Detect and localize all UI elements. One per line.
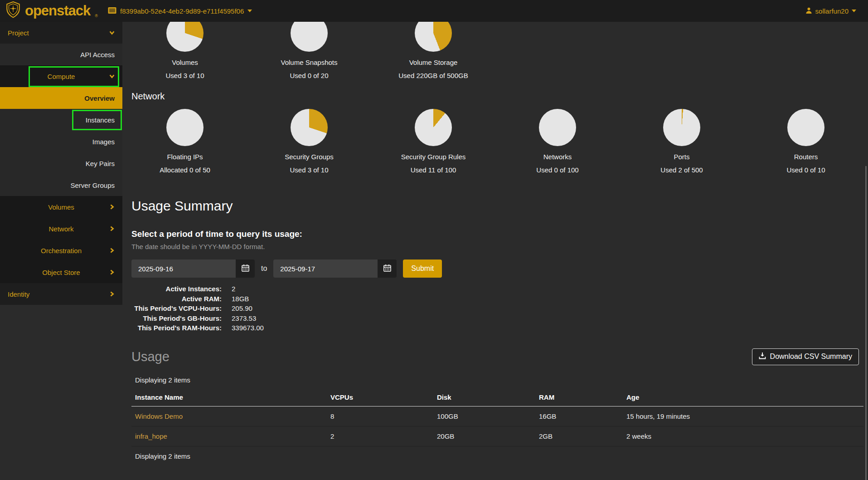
main-content: Volumes Used 3 of 10 Volume Snapshots Us… <box>122 22 868 480</box>
sidebar-item-server-groups[interactable]: Server Groups <box>0 174 122 196</box>
download-icon <box>759 352 766 361</box>
instance-usage-table: Instance Name VCPUs Disk RAM Age Windows… <box>131 388 863 446</box>
cell-vcpus: 8 <box>327 406 433 426</box>
quota-label: Security Group Rules <box>371 153 495 161</box>
quota-chart-volume-snapshots: Volume Snapshots Used 0 of 20 <box>247 22 371 79</box>
quota-chart-routers: Routers Used 0 of 10 <box>744 109 868 174</box>
sidebar-item-object-store[interactable]: Object Store <box>0 261 122 283</box>
chevron-down-icon <box>109 73 115 81</box>
stat-label: Active Instances: <box>131 284 222 294</box>
column-header-vcpus: VCPUs <box>327 388 433 407</box>
sidebar-item-images[interactable]: Images <box>0 131 122 152</box>
sidebar-item-compute[interactable]: Compute <box>0 65 122 87</box>
vertical-scrollbar[interactable] <box>865 166 867 480</box>
stat-value: 2373.53 <box>232 313 256 323</box>
submit-button[interactable]: Submit <box>403 260 442 278</box>
sidebar-item-overview[interactable]: Overview <box>0 87 122 109</box>
pie-chart <box>291 22 328 52</box>
quota-chart-networks: Networks Used 0 of 100 <box>495 109 620 174</box>
quota-used-text: Used 2 of 500 <box>620 166 744 174</box>
download-csv-button[interactable]: Download CSV Summary <box>752 348 859 365</box>
column-header-instance-name: Instance Name <box>131 388 327 407</box>
end-date-calendar-button[interactable] <box>378 260 397 278</box>
pie-chart <box>291 109 328 146</box>
stat-value: 339673.00 <box>232 323 264 333</box>
quota-label: Routers <box>744 153 868 161</box>
openstack-logo[interactable]: openstack ® <box>5 1 98 20</box>
openstack-logo-text: openstack <box>25 3 90 19</box>
table-header-row: Instance Name VCPUs Disk RAM Age <box>131 388 863 407</box>
cell-age: 15 hours, 19 minutes <box>623 406 863 426</box>
start-date-group <box>131 260 255 278</box>
usage-summary-heading: Usage Summary <box>131 198 868 214</box>
chevron-down-icon <box>852 10 856 12</box>
quota-chart-security-groups: Security Groups Used 3 of 10 <box>247 109 371 174</box>
end-date-input[interactable] <box>273 260 378 278</box>
instance-link[interactable]: infra_hope <box>135 432 167 440</box>
select-period-subheading: Select a period of time to query its usa… <box>131 229 868 239</box>
stat-label: This Period's GB-Hours: <box>131 313 222 323</box>
sidebar-item-label: Overview <box>84 94 115 102</box>
stat-vcpu-hours: This Period's VCPU-Hours: 205.90 <box>122 304 868 313</box>
pie-chart <box>415 109 452 146</box>
openstack-shield-icon <box>5 1 21 20</box>
sidebar-item-key-pairs[interactable]: Key Pairs <box>0 152 122 174</box>
quota-label: Ports <box>620 153 744 161</box>
quota-label: Volumes <box>123 59 247 66</box>
sidebar-item-network[interactable]: Network <box>0 218 122 240</box>
chevron-right-icon <box>109 204 115 211</box>
network-section-heading: Network <box>131 91 868 102</box>
stat-value: 2 <box>232 284 235 294</box>
column-header-age: Age <box>623 388 863 407</box>
pie-chart <box>166 22 204 52</box>
chevron-right-icon <box>109 247 115 255</box>
start-date-calendar-button[interactable] <box>236 260 255 278</box>
start-date-input[interactable] <box>131 260 236 278</box>
sidebar-item-label: API Access <box>80 51 115 59</box>
sidebar-item-project[interactable]: Project <box>0 22 122 44</box>
stat-ram-hours: This Period's RAM-Hours: 339673.00 <box>122 323 868 333</box>
pie-chart <box>663 109 700 146</box>
quota-used-text: Allocated 0 of 50 <box>123 166 247 174</box>
instance-link[interactable]: Windows Demo <box>135 412 183 420</box>
pie-chart <box>415 22 452 52</box>
chevron-right-icon <box>109 291 115 299</box>
quota-label: Security Groups <box>247 153 371 161</box>
user-menu-dropdown[interactable]: sollarfun20 <box>805 7 856 15</box>
usage-table-header: Usage Download CSV Summary <box>131 348 859 365</box>
quota-label: Networks <box>495 153 620 161</box>
table-row: Windows Demo 8 100GB 16GB 15 hours, 19 m… <box>131 406 863 426</box>
date-format-hint: The date should be in YYYY-MM-DD format. <box>131 243 868 250</box>
chevron-down-icon <box>109 29 115 37</box>
quota-chart-volumes: Volumes Used 3 of 10 <box>123 22 247 79</box>
quota-label: Floating IPs <box>123 153 247 161</box>
project-switcher-dropdown[interactable]: f8399ab0-52e4-4eb2-9d89-e711f4595f06 <box>108 7 252 15</box>
top-navbar: openstack ® f8399ab0-52e4-4eb2-9d89-e711… <box>0 0 868 22</box>
pie-chart <box>787 109 824 146</box>
cell-disk: 100GB <box>433 406 535 426</box>
sidebar-item-instances[interactable]: Instances <box>0 109 122 131</box>
displaying-count-top: Displaying 2 items <box>135 376 868 384</box>
column-header-disk: Disk <box>433 388 535 407</box>
sidebar-item-volumes[interactable]: Volumes <box>0 196 122 218</box>
quota-used-text: Used 3 of 10 <box>123 72 247 79</box>
sidebar-item-orchestration[interactable]: Orchestration <box>0 240 122 261</box>
download-csv-label: Download CSV Summary <box>770 353 852 361</box>
cell-vcpus: 2 <box>327 426 433 446</box>
cell-age: 2 weeks <box>623 426 863 446</box>
stat-label: This Period's VCPU-Hours: <box>131 304 222 313</box>
stat-active-ram: Active RAM: 18GB <box>122 294 868 304</box>
quota-chart-ports: Ports Used 2 of 500 <box>620 109 744 174</box>
end-date-group <box>273 260 397 278</box>
stat-value: 18GB <box>232 294 249 304</box>
stat-active-instances: Active Instances: 2 <box>122 284 868 294</box>
project-list-icon <box>108 7 116 15</box>
sidebar-item-api-access[interactable]: API Access <box>0 44 122 65</box>
quota-used-text: Used 11 of 100 <box>371 166 495 174</box>
sidebar-item-label: Identity <box>8 290 29 298</box>
sidebar-item-identity[interactable]: Identity <box>0 283 122 305</box>
stat-value: 205.90 <box>232 304 252 313</box>
chevron-right-icon <box>109 225 115 233</box>
registered-mark: ® <box>95 14 98 18</box>
column-header-ram: RAM <box>535 388 623 407</box>
